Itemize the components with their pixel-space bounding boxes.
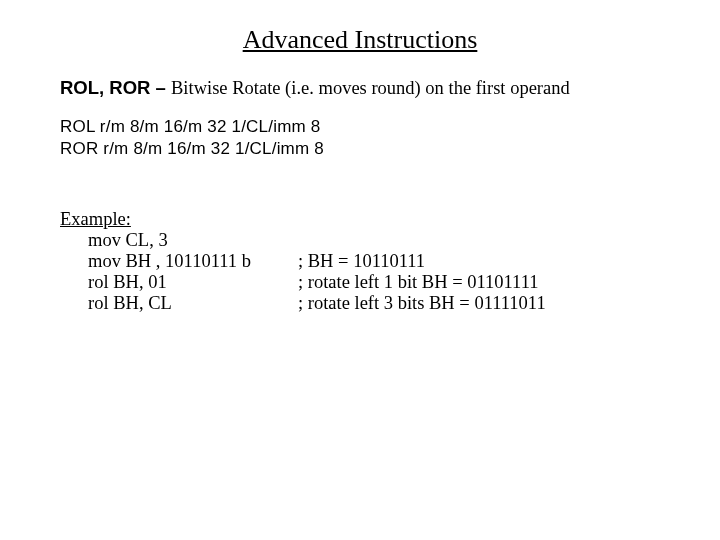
- comment: ; rotate left 1 bit BH = 01101111: [298, 272, 538, 293]
- comment: ; BH = 10110111: [298, 251, 425, 272]
- syntax-row-ror: ROR r/m 8/m 16/m 32 1/CL/imm 8: [60, 139, 660, 159]
- code: mov BH , 10110111 b: [88, 251, 298, 272]
- mnemonic-names: ROL, ROR: [60, 77, 150, 98]
- dash: –: [150, 77, 171, 98]
- syntax-mn-rol: ROL: [60, 117, 95, 136]
- code: rol BH, CL: [88, 293, 298, 314]
- comment: ; rotate left 3 bits BH = 01111011: [298, 293, 546, 314]
- syntax-block: ROL r/m 8/m 16/m 32 1/CL/imm 8 ROR r/m 8…: [60, 117, 660, 159]
- intro-line: ROL, ROR – Bitwise Rotate (i.e. moves ro…: [60, 77, 660, 99]
- syntax-ops-rol: r/m 8/m 16/m 32 1/CL/imm 8: [95, 117, 321, 136]
- example-label: Example:: [60, 209, 660, 230]
- example-block: Example: mov CL, 3 mov BH , 10110111 b ;…: [60, 209, 660, 314]
- code: rol BH, 01: [88, 272, 298, 293]
- example-line-1: mov CL, 3: [88, 230, 660, 251]
- page-title: Advanced Instructions: [60, 25, 660, 55]
- example-line-3: rol BH, 01 ; rotate left 1 bit BH = 0110…: [60, 272, 660, 293]
- syntax-row-rol: ROL r/m 8/m 16/m 32 1/CL/imm 8: [60, 117, 660, 137]
- intro-desc: Bitwise Rotate (i.e. moves round) on the…: [171, 78, 570, 98]
- example-line-2: mov BH , 10110111 b ; BH = 10110111: [60, 251, 660, 272]
- syntax-ops-ror: r/m 8/m 16/m 32 1/CL/imm 8: [98, 139, 324, 158]
- syntax-mn-ror: ROR: [60, 139, 98, 158]
- example-line-4: rol BH, CL ; rotate left 3 bits BH = 011…: [60, 293, 660, 314]
